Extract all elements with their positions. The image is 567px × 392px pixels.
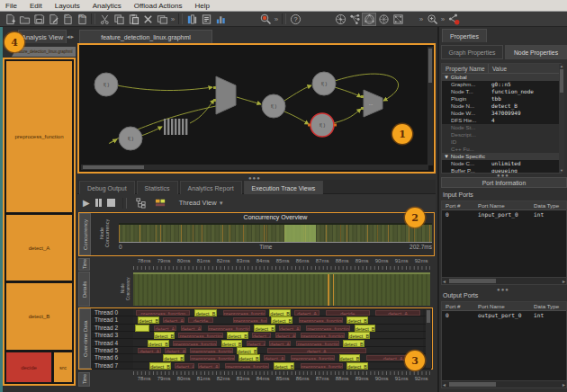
cut-icon[interactable] (97, 13, 112, 26)
subtab-node-properties[interactable]: Node Properties (505, 45, 567, 59)
thread-track[interactable]: detect_Adetect_Apreprocess_functiondetec… (133, 347, 423, 353)
trace-segment[interactable]: detect_A (247, 341, 266, 346)
graph-canvas[interactable]: f( )f( )f( )f( )f( )... 1 (77, 43, 436, 174)
bar-chart-icon[interactable] (213, 13, 228, 26)
tab-debug-output[interactable]: Debug Output (79, 181, 135, 194)
trace-segment[interactable]: detect_A (154, 325, 177, 331)
trace-segment[interactable]: detect_A (138, 348, 161, 353)
subtab-graph-properties[interactable]: Graph Properties (441, 45, 503, 59)
property-row[interactable]: DFS Hie...4 (442, 117, 561, 124)
trace-segment[interactable]: preprocess_function (173, 341, 217, 346)
tab-analytics-report[interactable]: Analytics Report (180, 181, 242, 194)
export-cpp-icon[interactable]: C++ (60, 13, 75, 26)
trace-segment-detect-b[interactable]: detect_B (138, 316, 159, 324)
trace-segment[interactable]: detect_A (198, 363, 220, 369)
side-tab-details[interactable]: Details (78, 272, 90, 307)
thread-track[interactable]: detect_Adetect_Apreprocess_functiondetec… (133, 325, 423, 331)
thread-track[interactable]: preprocess_functiondetect_Bpreprocess_fu… (133, 309, 423, 316)
port-row[interactable]: 0output_port_0int (442, 311, 566, 319)
report-icon[interactable] (199, 13, 213, 26)
layout-radial-icon[interactable] (333, 13, 347, 26)
port-table-hscrollbar[interactable]: ◂▸ (442, 277, 566, 284)
scroll-up-icon[interactable]: ▲ (559, 64, 564, 68)
graph-queue-node[interactable] (182, 119, 184, 135)
trace-segment[interactable]: preprocess_function (225, 363, 269, 369)
trace-segment[interactable]: decide (188, 317, 213, 323)
port-table-hscrollbar[interactable]: ◂▸ (442, 380, 566, 388)
details-chart[interactable] (133, 272, 430, 306)
menu-item-edit[interactable]: Edit (30, 2, 42, 10)
trace-segment[interactable]: preprocess_function (299, 317, 343, 323)
tab-properties[interactable]: Properties (442, 29, 487, 42)
trace-segment[interactable]: decide (326, 310, 370, 316)
side-tab-concurrency[interactable]: Concurrency (79, 213, 91, 255)
overtime-vscrollbar[interactable] (426, 309, 431, 368)
trace-segment-detect-b[interactable]: detect_B (148, 340, 169, 347)
property-row[interactable]: Node C...unlimited (442, 160, 561, 167)
trace-segment-detect-b[interactable]: detect_B (163, 354, 184, 361)
scroll-right-icon[interactable]: ▸ (562, 381, 565, 388)
trace-segment-detect-b[interactable]: detect_B (271, 316, 292, 324)
delete-icon[interactable] (140, 13, 155, 26)
search-icon[interactable] (258, 13, 273, 26)
property-row[interactable]: Graphm...g0::n5 (442, 81, 561, 88)
trace-segment-detect-b[interactable]: detect_B (343, 340, 364, 347)
conc-selection-region[interactable] (284, 225, 316, 242)
property-row[interactable]: Node St... (442, 124, 561, 131)
graph-join-node[interactable] (216, 76, 236, 114)
layout-circular-icon[interactable] (362, 13, 376, 26)
trace-segment[interactable]: detect_A (267, 348, 365, 353)
thread-track[interactable]: detect_Bdetect_Adetect_Apreprocess_funct… (133, 362, 423, 369)
legend-icon[interactable] (154, 196, 168, 209)
treemap-block-detect_B[interactable]: detect_B (5, 282, 73, 351)
trace-segment[interactable]: detect_A (175, 363, 194, 369)
trace-segment[interactable]: preprocess_function (190, 355, 234, 361)
property-row[interactable]: ▼ Global (442, 74, 561, 81)
view-selector[interactable]: Thread View ▼ (179, 199, 224, 207)
menu-item-analytics[interactable]: Analytics (93, 2, 122, 10)
copy-icon[interactable] (112, 13, 126, 26)
trace-segment-detect-b[interactable]: detect_B (269, 309, 291, 316)
menu-item-file[interactable]: File (5, 2, 17, 10)
play-button[interactable]: ▶ (83, 199, 90, 208)
property-row[interactable]: Plugintbb (442, 95, 561, 102)
menu-item-offload-actions[interactable]: Offload Actions (134, 2, 183, 10)
graph-queue-node[interactable] (175, 119, 176, 135)
treemap-block-preprocess_function[interactable]: preprocess_function (5, 60, 73, 213)
thread-track[interactable]: detect_Bpreprocess_functiondetect_Bdetec… (133, 340, 423, 346)
property-row[interactable]: Node W...347009949 (442, 110, 561, 117)
export-png-icon[interactable]: PNG (75, 13, 89, 26)
trace-segment[interactable]: detect_A (375, 310, 419, 316)
trace-segment-detect-b[interactable]: detect_B (254, 325, 275, 332)
new-file-icon[interactable] (3, 13, 17, 26)
tab-execution-trace-views[interactable]: Execution Trace Views (244, 181, 324, 194)
trace-segment[interactable]: detect_A (165, 348, 186, 353)
trace-segment-detect-b[interactable]: detect_B (154, 332, 176, 339)
trace-segment[interactable]: preprocess_function (301, 333, 345, 338)
property-row[interactable]: Node N...detect_B (442, 102, 561, 110)
trace-segment[interactable]: preprocess_function (306, 325, 350, 331)
run-trace-icon[interactable] (446, 13, 461, 26)
menu-item-help[interactable]: Help (194, 2, 209, 10)
trace-segment[interactable]: preprocess_function (208, 325, 250, 331)
trace-segment-detect-b[interactable]: detect_B (237, 347, 258, 354)
help-icon[interactable]: ? (288, 13, 302, 26)
layout-tree-icon[interactable] (347, 13, 362, 26)
side-tab-time-bottom[interactable]: Time (78, 372, 90, 387)
trace-segment[interactable]: detect_A (181, 325, 202, 331)
trace-segment[interactable]: preprocess_function (178, 333, 222, 338)
trace-segment-detect-b[interactable]: detect_B (194, 309, 218, 316)
trace-segment-detect-b[interactable]: detect_B (149, 362, 171, 370)
treemap-block-detect_A[interactable]: detect_A (5, 214, 73, 281)
open-folder-icon[interactable] (17, 13, 32, 26)
graph-queue-node[interactable] (178, 119, 180, 135)
trace-segment-detect-b[interactable]: detect_B (238, 354, 260, 361)
trace-segment[interactable]: preprocess_function (223, 310, 266, 316)
treemap-block-src[interactable]: src (53, 352, 73, 383)
pause-button[interactable] (95, 199, 102, 207)
graph-output-node[interactable] (364, 90, 382, 117)
zoom-in-icon[interactable] (425, 13, 439, 26)
overflow-icon[interactable]: » (169, 13, 176, 26)
graph-queue-node[interactable] (167, 119, 169, 135)
graph-queue-node[interactable] (171, 119, 173, 135)
